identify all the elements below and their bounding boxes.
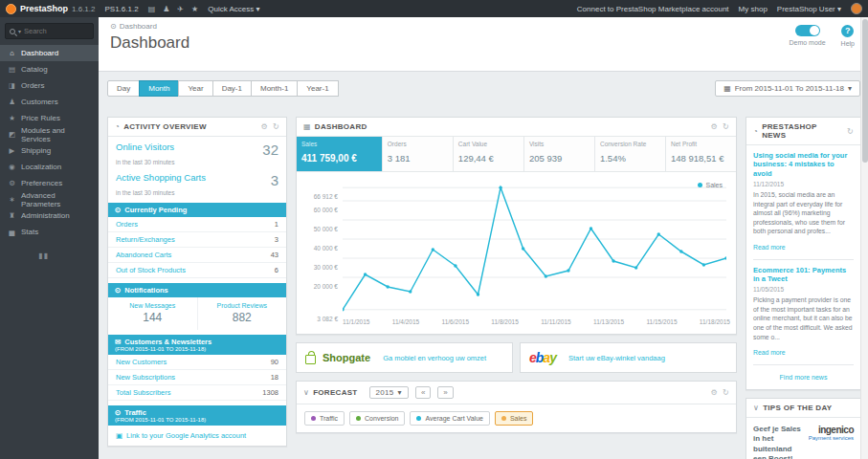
find-more-news-link[interactable]: Find more news [753, 371, 854, 385]
forecast-chip-sales[interactable]: Sales [495, 411, 534, 426]
online-visitors-link[interactable]: Online Visitors [116, 142, 174, 152]
range-day-1-button[interactable]: Day-1 [212, 80, 252, 97]
gear-icon[interactable]: ⚙ [261, 122, 268, 131]
sidebar-item-catalog[interactable]: ▤ Catalog [0, 61, 99, 77]
sidebar-item-orders[interactable]: ◨ Orders [0, 77, 99, 94]
row-value: 1308 [262, 388, 278, 397]
plane-icon[interactable]: ✈ [177, 5, 184, 13]
row-label[interactable]: Total Subscribers [116, 388, 171, 397]
chip-label: Conversion [365, 415, 398, 422]
customers-row-new-customers[interactable]: New Customers 90 [108, 355, 286, 370]
user-avatar[interactable] [851, 3, 862, 14]
kpi-conversion-rate[interactable]: Conversion Rate 1.54% [595, 137, 666, 171]
product-reviews-cell[interactable]: Product Reviews 882 [198, 297, 287, 330]
help-icon[interactable]: ? [841, 25, 854, 37]
forecast-year-select[interactable]: 2015 ▾ [369, 386, 409, 399]
y-axis-label: 20 000 € [314, 283, 338, 290]
forecast-chip-conversion[interactable]: Conversion [349, 411, 405, 426]
news-article-title[interactable]: Using social media for your business: 4 … [753, 151, 854, 178]
sidebar-item-shipping[interactable]: ▶ Shipping [0, 142, 99, 159]
active-carts-link[interactable]: Active Shopping Carts [116, 172, 206, 183]
row-label[interactable]: Abandoned Carts [116, 251, 171, 259]
gear-icon[interactable]: ⚙ [711, 122, 718, 131]
sidebar-item-preferences[interactable]: ⚙ Preferences [0, 175, 99, 191]
active-carts-subtitle: in the last 30 minutes [116, 189, 278, 196]
scrollbar-thumb[interactable] [862, 19, 868, 163]
row-value: 18 [271, 373, 278, 382]
sidebar-item-modules[interactable]: ◩ Modules and Services [0, 126, 99, 142]
demo-mode-toggle[interactable] [795, 25, 820, 36]
y-axis-label: 50 000 € [314, 226, 338, 232]
kpi-visits[interactable]: Visits 205 939 [524, 137, 595, 171]
kpi-orders[interactable]: Orders 3 181 [383, 137, 454, 171]
sidebar-item-advanced-parameters[interactable]: ∗ Advanced Parameters [0, 191, 99, 208]
refresh-icon[interactable]: ↻ [847, 127, 854, 136]
refresh-icon[interactable]: ↻ [723, 122, 729, 131]
catalog-icon: ▤ [8, 65, 16, 74]
forecast-prev-button[interactable]: « [415, 386, 431, 399]
page-scrollbar[interactable] [860, 17, 868, 459]
read-more-link[interactable]: Read more [753, 244, 786, 251]
range-day-button[interactable]: Day [107, 80, 140, 97]
sidebar-collapse-button[interactable]: ▮▮ [38, 251, 99, 260]
my-shop-link[interactable]: My shop [739, 5, 768, 13]
shopgate-link[interactable]: Ga mobiel en verhoog uw omzet [383, 354, 486, 362]
sidebar-search[interactable]: ▾ [5, 23, 94, 39]
date-range-picker[interactable]: ▦ From 2015-11-01 To 2015-11-18 ▾ [715, 80, 860, 97]
range-year-button[interactable]: Year [178, 80, 212, 97]
search-input[interactable] [24, 27, 89, 35]
news-panel-title: PRESTASHOP NEWS [762, 122, 843, 140]
row-label[interactable]: New Subscriptions [116, 373, 175, 382]
kpi-net-profit[interactable]: Net Profit 148 918,51 € [666, 137, 736, 171]
refresh-icon[interactable]: ↻ [723, 388, 729, 397]
news-article-title[interactable]: Ecommerce 101: Payments in a Tweet [753, 266, 854, 284]
read-more-link[interactable]: Read more [753, 349, 786, 356]
marketplace-connect-link[interactable]: Connect to PrestaShop Marketplace accoun… [577, 5, 729, 13]
sidebar-item-price-rules[interactable]: ★ Price Rules [0, 110, 99, 126]
user-menu-label: PrestaShop User [777, 5, 835, 13]
customers-row-total-subscribers[interactable]: Total Subscribers 1308 [108, 385, 286, 401]
row-label[interactable]: Out of Stock Products [116, 266, 186, 274]
sidebar-item-administration[interactable]: ♜ Administration [0, 208, 99, 224]
kpi-sales[interactable]: Sales 411 759,00 € [297, 137, 383, 171]
customers-row-new-subscriptions[interactable]: New Subscriptions 18 [108, 370, 286, 385]
prestashop-brand[interactable]: PrestaShop 1.6.1.2 [6, 4, 95, 14]
pending-row-orders[interactable]: Orders 1 [108, 217, 286, 232]
google-analytics-link[interactable]: Link to your Google Analytics account [126, 431, 246, 440]
forecast-chip-average-cart-value[interactable]: Average Cart Value [410, 411, 489, 426]
help-control: ? Help [841, 25, 855, 47]
row-label[interactable]: Orders [116, 220, 138, 229]
news-article-date: 11/05/2015 [753, 286, 854, 293]
sidebar-item-customers[interactable]: ♟ Customers [0, 94, 99, 110]
brand-version: 1.6.1.2 [72, 5, 95, 13]
row-label[interactable]: Return/Exchanges [116, 235, 175, 244]
refresh-icon[interactable]: ↻ [273, 122, 279, 131]
person-icon[interactable]: ♟ [163, 5, 169, 13]
quick-access-menu[interactable]: Quick Access ▾ [208, 5, 259, 13]
row-label[interactable]: New Customers [116, 358, 167, 366]
range-year-1-button[interactable]: Year-1 [297, 80, 338, 97]
new-messages-cell[interactable]: New Messages 144 [108, 297, 198, 330]
sales-chart: 66 912 €60 000 €50 000 €40 000 €30 000 €… [297, 172, 736, 316]
forecast-chip-traffic[interactable]: Traffic [304, 411, 345, 426]
ebay-link[interactable]: Start uw eBay-winkel vandaag [568, 354, 665, 362]
cart-icon[interactable]: ▤ [148, 5, 156, 13]
gear-icon[interactable]: ⚙ [711, 388, 718, 397]
sidebar-item-localization[interactable]: ◉ Localization [0, 159, 99, 175]
pending-row-out-of-stock[interactable]: Out of Stock Products 6 [108, 263, 286, 278]
pending-row-returns[interactable]: Return/Exchanges 3 [108, 232, 286, 248]
tips-headline: Geef je Sales in het buitenland een Boos… [753, 425, 804, 459]
pending-row-abandoned-carts[interactable]: Abandoned Carts 43 [108, 248, 286, 263]
sidebar-item-dashboard[interactable]: ⌂ Dashboard [0, 45, 99, 61]
legend-label: Sales [705, 182, 723, 188]
shop-tag[interactable]: PS1.6.1.2 [104, 5, 138, 13]
search-caret-icon[interactable]: ▾ [18, 28, 21, 34]
kpi-cart-value[interactable]: Cart Value 129,44 € [454, 137, 524, 171]
range-month-1-button[interactable]: Month-1 [251, 80, 298, 97]
star-icon[interactable]: ★ [191, 5, 198, 13]
user-menu[interactable]: PrestaShop User ▾ [777, 5, 841, 13]
forecast-next-button[interactable]: » [437, 386, 453, 399]
range-month-button[interactable]: Month [139, 80, 179, 97]
sidebar-item-stats[interactable]: ▅ Stats [0, 224, 99, 240]
breadcrumb: ⊙ Dashboard [110, 22, 857, 31]
